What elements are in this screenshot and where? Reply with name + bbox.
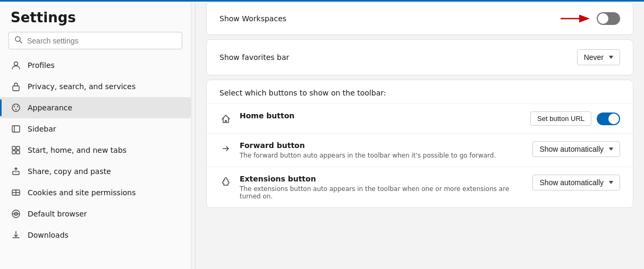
workspaces-toggle-container <box>561 12 620 25</box>
share-icon <box>11 166 21 177</box>
sidebar: Settings Profiles <box>0 0 191 269</box>
sidebar-item-start-home[interactable]: Start, home, and new tabs <box>0 140 191 161</box>
sidebar-item-appearance-label: Appearance <box>28 103 72 112</box>
forward-button-icon <box>219 142 232 155</box>
set-button-url-btn[interactable]: Set button URL <box>530 111 591 126</box>
show-workspaces-row: Show Workspaces <box>207 3 633 34</box>
forward-chevron-icon <box>609 147 613 151</box>
toolbar-card: Select which buttons to show on the tool… <box>206 80 633 208</box>
extensions-button-dropdown-value: Show automatically <box>539 178 604 187</box>
extensions-button-label: Extensions button <box>240 175 525 183</box>
sidebar-item-privacy-label: Privacy, search, and services <box>28 82 135 91</box>
home-button-content: Home button <box>240 111 523 120</box>
favorites-bar-dropdown[interactable]: Never <box>577 49 620 65</box>
forward-button-dropdown-value: Show automatically <box>539 145 604 153</box>
sidebar-item-default-browser[interactable]: Default browser <box>0 203 191 224</box>
cookie-icon <box>11 187 21 198</box>
sidebar-item-downloads[interactable]: Downloads <box>0 224 191 246</box>
settings-title: Settings <box>0 0 191 32</box>
nav-list: Profiles Privacy, search, and services <box>0 55 191 246</box>
show-favorites-bar-label: Show favorites bar <box>219 53 289 62</box>
show-workspaces-card: Show Workspaces <box>206 2 633 35</box>
sidebar-item-share-copy[interactable]: Share, copy and paste <box>0 161 191 182</box>
lock-icon <box>11 81 21 92</box>
palette-icon <box>11 102 21 113</box>
home-button-label: Home button <box>240 111 523 120</box>
search-icon <box>14 36 23 46</box>
sidebar-item-sidebar[interactable]: Sidebar <box>0 118 191 140</box>
toolbar-item-home: Home button Set button URL <box>207 104 633 134</box>
extensions-button-icon <box>219 176 232 188</box>
sidebar-item-appearance[interactable]: Appearance <box>0 97 191 118</box>
extensions-button-content: Extensions button The extensions button … <box>240 175 525 200</box>
sidebar-item-default-browser-label: Default browser <box>28 210 87 218</box>
sidebar-item-profiles[interactable]: Profiles <box>0 55 191 76</box>
extensions-button-desc: The extensions button auto appears in th… <box>240 185 525 200</box>
sidebar-item-sidebar-label: Sidebar <box>28 125 56 133</box>
svg-rect-3 <box>13 86 19 91</box>
show-favorites-bar-card: Show favorites bar Never <box>206 39 633 75</box>
download-icon <box>11 230 21 240</box>
sidebar-item-downloads-label: Downloads <box>28 231 69 239</box>
forward-button-controls: Show automatically <box>532 141 620 157</box>
svg-point-5 <box>14 106 15 107</box>
svg-rect-13 <box>16 151 20 154</box>
red-arrow-icon <box>561 12 592 25</box>
show-favorites-bar-row: Show favorites bar Never <box>207 40 633 75</box>
extensions-button-controls: Show automatically <box>532 175 620 190</box>
forward-button-label: Forward button <box>240 141 525 150</box>
scrollbar-area <box>191 0 196 269</box>
chevron-down-icon <box>609 56 613 59</box>
svg-rect-12 <box>12 151 15 154</box>
home-grid-icon <box>11 145 21 155</box>
sidebar-item-start-home-label: Start, home, and new tabs <box>28 146 126 154</box>
sidebar-icon <box>11 124 21 134</box>
svg-point-6 <box>17 106 18 107</box>
home-button-toggle[interactable] <box>597 112 620 125</box>
main-content: Show Workspaces <box>196 0 644 269</box>
home-button-controls: Set button URL <box>530 111 620 126</box>
search-input[interactable] <box>27 37 176 45</box>
show-workspaces-toggle[interactable] <box>597 12 620 25</box>
extensions-button-dropdown[interactable]: Show automatically <box>532 175 620 190</box>
svg-point-4 <box>12 104 20 111</box>
default-browser-icon <box>11 209 21 219</box>
sidebar-item-privacy[interactable]: Privacy, search, and services <box>0 76 191 97</box>
svg-line-1 <box>20 41 22 43</box>
sidebar-item-cookies-label: Cookies and site permissions <box>28 188 136 197</box>
favorites-bar-dropdown-value: Never <box>584 53 604 62</box>
sidebar-item-profiles-label: Profiles <box>28 61 55 70</box>
forward-button-desc: The forward button auto appears in the t… <box>240 152 525 159</box>
forward-button-content: Forward button The forward button auto a… <box>240 141 525 159</box>
svg-point-2 <box>14 62 18 66</box>
forward-button-dropdown[interactable]: Show automatically <box>532 141 620 157</box>
svg-rect-8 <box>12 126 20 132</box>
toggle-knob <box>598 13 608 24</box>
svg-rect-10 <box>12 146 15 150</box>
sidebar-item-cookies[interactable]: Cookies and site permissions <box>0 182 191 203</box>
svg-rect-11 <box>16 146 20 150</box>
show-workspaces-label: Show Workspaces <box>219 14 286 23</box>
toolbar-section-heading: Select which buttons to show on the tool… <box>207 80 633 104</box>
extensions-chevron-icon <box>609 181 613 184</box>
toolbar-item-extensions: Extensions button The extensions button … <box>207 167 633 207</box>
home-toggle-knob <box>608 114 619 124</box>
search-box[interactable] <box>9 32 182 49</box>
person-icon <box>11 60 21 71</box>
sidebar-item-share-copy-label: Share, copy and paste <box>28 167 111 176</box>
toolbar-item-forward: Forward button The forward button auto a… <box>207 134 633 167</box>
home-button-icon <box>219 112 232 125</box>
svg-point-7 <box>15 109 16 110</box>
